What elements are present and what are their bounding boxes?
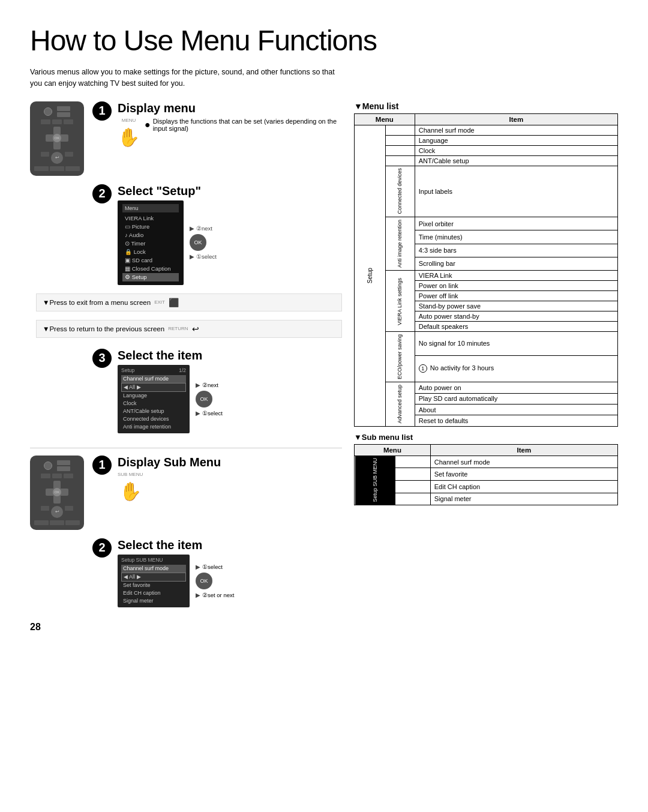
anti-image-label: Anti image retention	[385, 217, 415, 271]
sel-all-row: ◀ All ▶	[121, 383, 186, 392]
step-sub-number-1: 1	[92, 456, 112, 475]
step-3-details: Select the item Setup 1/2 Channel surf m…	[118, 349, 223, 433]
right-column: ▼Menu list Menu Item Setup Channel surf …	[354, 101, 618, 633]
sub-empty-1	[395, 456, 430, 468]
menu-item-sd: ▣ SD card	[122, 256, 179, 265]
ok-btn-3: OK	[196, 391, 212, 408]
item-power-on-link: Power on link	[415, 281, 617, 291]
select-label: ①select	[196, 253, 217, 260]
sub-item-signal: Signal meter	[430, 493, 617, 505]
sub-setup-header: Setup SUB MENU	[121, 557, 163, 563]
sel-channel-surf: Channel surf mode	[121, 375, 186, 383]
connected-devices-label: Connected devices	[385, 166, 415, 217]
page-number: 28	[30, 622, 342, 633]
empty-subsection-4	[385, 155, 415, 166]
item-scrolling-bar: Scrolling bar	[415, 257, 617, 270]
item-default-speakers: Default speakers	[415, 322, 617, 332]
return-icon: ↩	[192, 324, 199, 334]
item-reset: Reset to defaults	[415, 415, 617, 426]
item-input-labels: Input labels	[415, 166, 617, 217]
remote-illustration-1: OK ↩	[30, 101, 84, 176]
sub-sel-all: ◀ All ▶	[121, 573, 186, 582]
step-2-title: Select "Setup"	[118, 184, 217, 198]
step-sub-2-details: Select the item Setup SUB MENU Channel s…	[118, 538, 234, 607]
step-sub-2: 2 Select the item Setup SUB MENU Channel…	[30, 538, 342, 607]
sub-select-note1: ①select	[202, 564, 223, 570]
step-2-select-setup: 2 Select "Setup" Menu VIERA Link ▭ Pictu…	[30, 184, 342, 285]
intro-text: Various menus allow you to make settings…	[30, 67, 342, 89]
setup-section-label: Setup	[355, 125, 386, 426]
item-no-activity: 1 No activity for 3 hours	[415, 355, 617, 382]
select-label-3: ①select	[202, 410, 223, 417]
sub-empty-2	[395, 468, 430, 481]
hand-icon-2: ✋	[119, 481, 142, 502]
sub-menu-label: SUB MENU	[118, 472, 143, 477]
return-label: RETURN	[168, 326, 188, 331]
menu-table: Menu Item Setup Channel surf mode Langua…	[354, 113, 618, 427]
step-sub-number-2: 2	[92, 538, 112, 558]
step-group-1: OK ↩ 1 Display menu	[30, 101, 342, 433]
step-1-note-block: ● Displays the functions that can be set…	[145, 118, 342, 134]
item-43-side-bars: 4:3 side bars	[415, 244, 617, 257]
menu-header-label: Menu	[122, 204, 179, 212]
sel-ant: ANT/Cable setup	[121, 408, 186, 415]
step-3-select-item: 3 Select the item Setup 1/2 Channel surf…	[30, 349, 342, 433]
item-time-minutes: Time (minutes)	[415, 230, 617, 244]
sub-empty-3	[395, 480, 430, 493]
sub-menu-col-header: Menu	[355, 444, 431, 456]
ok-button-icon: OK	[190, 234, 206, 251]
press-exit-text: ▼Press to exit from a menu screen	[43, 299, 151, 306]
item-channel-surf: Channel surf mode	[415, 125, 617, 135]
step-1-note-text: Displays the functions that can be set (…	[153, 118, 342, 132]
sub-setup-label: Setup SUB MENU	[355, 456, 395, 505]
item-auto-power-on: Auto power on	[415, 382, 617, 393]
step-group-2: OK ↩ 1 Display Sub Menu	[30, 456, 342, 607]
item-auto-power-standby: Auto power stand-by	[415, 311, 617, 322]
step-number-1: 1	[92, 101, 112, 121]
menu-item-lock: 🔒 Lock	[122, 248, 179, 256]
press-exit-info: ▼Press to exit from a menu screen EXIT ⬛	[36, 293, 342, 311]
sub-table-row: Setup SUB MENU Channel surf mode	[355, 456, 618, 468]
menu-col-header: Menu	[355, 113, 415, 125]
item-pixel-orbiter: Pixel orbiter	[415, 217, 617, 230]
sel-connected: Connected devices	[121, 415, 186, 423]
item-power-off-link: Power off link	[415, 291, 617, 301]
step-sub-1-details: Display Sub Menu SUB MENU ✋	[118, 456, 221, 530]
menu-item-timer: ⊙ Timer	[122, 239, 179, 248]
next-label: ②next	[196, 225, 212, 232]
sub-menu-list-title: ▼Sub menu list	[354, 433, 618, 442]
sel-clock: Clock	[121, 400, 186, 408]
exit-label: EXIT	[154, 299, 165, 305]
item-no-signal: No signal for 10 minutes	[415, 332, 617, 356]
table-row: Language	[355, 135, 618, 145]
sel-anti: Anti image retention	[121, 423, 186, 431]
sub-item-col-header: Item	[430, 444, 617, 456]
step-1-title: Display menu	[118, 101, 342, 115]
sub-set-or-next: ②set or next	[202, 592, 234, 598]
item-col-header: Item	[415, 113, 617, 125]
menu-item-setup: ⚙ Setup	[122, 273, 179, 281]
sub-select-screenshot: Setup SUB MENU Channel surf mode ◀ All ▶…	[118, 555, 190, 607]
table-row: Clock	[355, 145, 618, 155]
step-1-display-menu: OK ↩ 1 Display menu	[30, 101, 342, 176]
exit-icon: ⬛	[169, 298, 179, 307]
sub-sel-favorite: Set favorite	[121, 582, 186, 589]
sub-item-channel: Channel surf mode	[430, 456, 617, 468]
step-number-2: 2	[92, 184, 112, 203]
sub-sel-edit: Edit CH caption	[121, 589, 186, 597]
page-title: How to Use Menu Functions	[30, 24, 618, 57]
menu-label: MENU	[122, 118, 136, 123]
table-row: Advanced setup Auto power on	[355, 382, 618, 393]
item-language: Language	[415, 135, 617, 145]
step-number-3: 3	[92, 349, 112, 368]
ok-btn-sub: OK	[196, 573, 212, 589]
menu-item-viera: VIERA Link	[122, 214, 179, 223]
menu-list-title: ▼Menu list	[354, 101, 618, 111]
table-row: Setup Channel surf mode	[355, 125, 618, 135]
step-sub-1-title: Display Sub Menu	[118, 456, 221, 469]
step-2-details: Select "Setup" Menu VIERA Link ▭ Picture…	[118, 184, 217, 285]
empty-subsection-3	[385, 145, 415, 155]
table-row: VIERA Link settings VIERA Link	[355, 271, 618, 281]
main-layout: OK ↩ 1 Display menu	[30, 101, 618, 633]
hand-icon-1: ✋	[118, 127, 140, 148]
